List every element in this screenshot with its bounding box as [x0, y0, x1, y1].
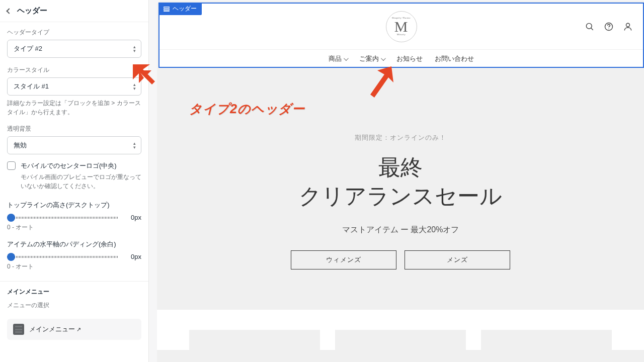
- chevron-down-icon: [344, 56, 349, 61]
- header-top-row: Shopify Theme M Misofy: [159, 4, 643, 50]
- menu-select-label: メニューの選択: [7, 301, 141, 310]
- site-header[interactable]: Shopify Theme M Misofy 商品 ご案内 お知らせ お問い合わ…: [158, 3, 644, 68]
- color-style-select[interactable]: スタイル #1: [7, 77, 141, 96]
- menu-select-field: メニューの選択: [0, 298, 148, 315]
- selection-badge[interactable]: ヘッダー: [158, 3, 202, 15]
- settings-sidebar: ヘッダー ヘッダータイプ タイプ #2 カラースタイル スタイル #1 詳細なカ…: [0, 0, 149, 362]
- transparent-label: 透明背景: [7, 125, 141, 133]
- annotation-arrow-right: [362, 64, 408, 105]
- nav-news[interactable]: お知らせ: [396, 54, 423, 63]
- color-style-value: スタイル #1: [14, 82, 49, 91]
- card-placeholder: [335, 330, 466, 350]
- help-icon[interactable]: [604, 22, 614, 32]
- nav-contact[interactable]: お問い合わせ: [435, 54, 474, 63]
- divider: [0, 281, 148, 282]
- svg-line-4: [591, 28, 593, 30]
- padding-label: アイテムの水平軸のパディング(余白): [7, 240, 141, 249]
- site-logo[interactable]: Shopify Theme M Misofy: [386, 11, 417, 42]
- nav-guide[interactable]: ご案内: [359, 54, 384, 63]
- select-caret-icon: [133, 142, 136, 149]
- chevron-down-icon: [381, 56, 386, 61]
- sidebar-header: ヘッダー: [0, 0, 148, 22]
- annotation-text: タイプ2のヘッダー: [189, 101, 305, 117]
- menu-icon: [13, 324, 24, 335]
- header-type-label: ヘッダータイプ: [7, 28, 141, 37]
- topline-height-field: トップラインの高さ(デスクトップ) 0px 0 - オート: [0, 196, 148, 235]
- main-menu-heading: メインメニュー: [0, 286, 148, 298]
- menu-picker-value: メインメニュー: [29, 325, 81, 334]
- field-color-style: カラースタイル スタイル #1 詳細なカラー設定は「ブロックを追加 > カラース…: [0, 60, 148, 119]
- field-transparent-bg: 透明背景 無効: [0, 119, 148, 156]
- svg-marker-8: [133, 64, 155, 84]
- padding-value: 0px: [123, 253, 141, 260]
- preview-canvas: ヘッダー Shopify Theme M Misofy 商品 ご案内 お知らせ …: [157, 1, 644, 362]
- svg-point-7: [626, 23, 630, 27]
- svg-point-3: [586, 23, 592, 29]
- item-padding-field: アイテムの水平軸のパディング(余白) 0px 0 - オート: [0, 235, 148, 274]
- sidebar-title: ヘッダー: [17, 6, 47, 16]
- back-icon[interactable]: [6, 8, 12, 14]
- nav-products[interactable]: 商品: [329, 54, 347, 63]
- header-type-select[interactable]: タイプ #2: [7, 40, 141, 58]
- color-helper-text: 詳細なカラー設定は「ブロックを追加 > カラースタイル」から行えます。: [7, 99, 141, 117]
- svg-rect-1: [164, 9, 170, 10]
- select-caret-icon: [133, 45, 136, 53]
- field-header-type: ヘッダータイプ タイプ #2: [0, 22, 148, 60]
- hero-heading: 最終 クリアランスセール: [167, 153, 634, 211]
- topline-label: トップラインの高さ(デスクトップ): [7, 201, 141, 210]
- svg-marker-9: [370, 66, 393, 98]
- mens-button[interactable]: メンズ: [405, 250, 510, 269]
- padding-range: 0 - オート: [7, 262, 141, 271]
- padding-slider-thumb[interactable]: [7, 253, 15, 261]
- mobile-center-logo-helper: モバイル画面のプレビューでロゴが重なっていないか確認してください。: [21, 172, 141, 191]
- svg-rect-0: [164, 7, 170, 8]
- topline-slider-thumb[interactable]: [7, 214, 15, 222]
- mobile-center-logo-row: モバイルでのセンターロゴ(中央) モバイル画面のプレビューでロゴが重なっていない…: [0, 156, 148, 196]
- cards-section: [157, 310, 644, 350]
- mobile-center-logo-label: モバイルでのセンターロゴ(中央): [21, 161, 141, 170]
- account-icon[interactable]: [623, 22, 633, 32]
- hero-subtext: マストアイテム ー 最大20%オフ: [167, 225, 634, 235]
- card-placeholder: [481, 330, 612, 350]
- search-icon[interactable]: [585, 22, 595, 32]
- hero-tag: 期間限定：オンラインのみ！: [167, 133, 634, 142]
- section-icon: [164, 6, 170, 12]
- card-placeholder: [189, 330, 320, 350]
- color-style-label: カラースタイル: [7, 66, 141, 74]
- selection-badge-label: ヘッダー: [173, 5, 197, 13]
- topline-slider[interactable]: [7, 217, 118, 219]
- mobile-center-logo-checkbox[interactable]: [7, 161, 16, 170]
- menu-picker[interactable]: メインメニュー: [7, 319, 141, 340]
- womens-button[interactable]: ウィメンズ: [291, 250, 396, 269]
- hero-buttons: ウィメンズ メンズ: [167, 250, 634, 269]
- svg-point-6: [608, 28, 609, 29]
- header-type-value: タイプ #2: [14, 44, 42, 53]
- transparent-select[interactable]: 無効: [7, 136, 141, 154]
- topline-range: 0 - オート: [7, 223, 141, 232]
- annotation-arrow-left: [129, 60, 174, 106]
- header-utility-icons: [585, 22, 633, 32]
- svg-rect-2: [164, 11, 170, 12]
- transparent-value: 無効: [14, 141, 27, 150]
- topline-value: 0px: [123, 214, 141, 221]
- padding-slider[interactable]: [7, 256, 118, 258]
